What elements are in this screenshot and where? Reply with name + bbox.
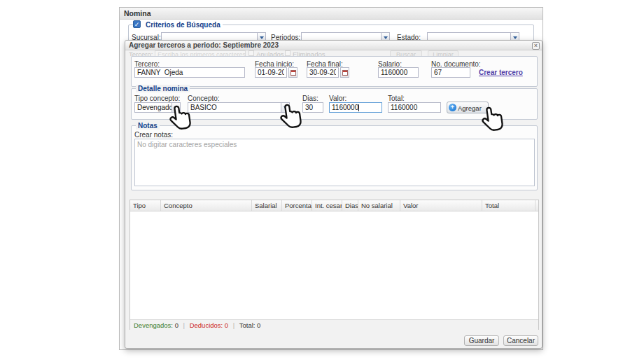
- text-caret: [358, 104, 359, 111]
- table-status-bar: Devengados: 0 | Deducidos: 0 | Total: 0: [130, 319, 538, 330]
- dias-label: Dias:: [302, 95, 318, 102]
- criterios-checkbox[interactable]: ✓: [133, 20, 141, 28]
- notas-textarea[interactable]: [134, 139, 535, 186]
- notas-section: Notas Crear notas:: [131, 125, 538, 190]
- calendar-icon[interactable]: [340, 67, 349, 78]
- tercero-input[interactable]: [134, 67, 245, 78]
- calendar-icon[interactable]: [288, 67, 298, 78]
- agregar-terceros-dialog: Agregar terceros a periodo: Septiembre 2…: [125, 40, 542, 349]
- nomina-window-title: Nomina: [120, 8, 542, 20]
- total-label: Total:: [388, 95, 405, 102]
- ghost-tercero-label: Tercero:: [129, 50, 153, 56]
- dialog-title: Agregar terceros a periodo: Septiembre 2…: [129, 41, 279, 49]
- salario-input[interactable]: [378, 67, 419, 78]
- guardar-button[interactable]: Guardar: [464, 335, 499, 346]
- cancelar-button[interactable]: Cancelar: [503, 335, 538, 346]
- ghost-anulados-checkbox: [248, 50, 254, 56]
- column-header-int-cesantias[interactable]: Int. cesanti...: [312, 200, 342, 211]
- hand-cursor-icon: [480, 105, 505, 134]
- devengados-status-value: 0: [175, 321, 178, 329]
- add-plus-icon: +: [449, 104, 456, 111]
- column-header-tipo[interactable]: Tipo: [130, 200, 161, 211]
- background-form-remnant: Tercero: Escriba los primeros caracteres…: [125, 50, 541, 56]
- table-body-empty[interactable]: [130, 211, 538, 319]
- deducidos-status-value: 0: [225, 321, 228, 329]
- column-header-valor[interactable]: Valor: [400, 200, 482, 211]
- column-header-dias[interactable]: Dias: [342, 200, 358, 211]
- ghost-limpiar-button: Limpiar: [428, 50, 458, 56]
- notas-legend: Notas: [136, 122, 160, 130]
- concepto-label: Concepto:: [188, 95, 220, 102]
- column-header-porcentaje[interactable]: Porcentaje: [282, 200, 312, 211]
- column-header-total[interactable]: Total: [482, 200, 536, 211]
- column-header-salarial[interactable]: Salarial: [252, 200, 282, 211]
- documento-input[interactable]: [431, 67, 470, 78]
- total-status-value: 0: [257, 321, 260, 329]
- agregar-button-label: Agregar: [458, 104, 482, 112]
- fecha-final-input[interactable]: [307, 67, 339, 78]
- hand-cursor-icon: [168, 104, 193, 133]
- devengados-status-label: Devengados:: [134, 321, 173, 329]
- conceptos-table: Tipo Concepto Salarial Porcentaje Int. c…: [130, 200, 539, 330]
- crear-tercero-link[interactable]: Crear tercero: [479, 69, 523, 76]
- valor-input[interactable]: 1160000: [329, 102, 382, 113]
- deducidos-status-label: Deducidos:: [190, 321, 223, 329]
- valor-label: Valor:: [329, 95, 346, 102]
- tipo-concepto-label: Tipo concepto:: [134, 95, 180, 102]
- dias-input[interactable]: [302, 102, 323, 113]
- dialog-titlebar[interactable]: Agregar terceros a periodo: Septiembre 2…: [125, 41, 542, 50]
- concepto-select[interactable]: BASICO: [188, 102, 290, 113]
- column-header-filler: [536, 200, 538, 211]
- ghost-tercero-input: Escriba los primeros caracteres: [155, 50, 246, 56]
- tercero-section: Tercero: Fecha inicio: Fecha final: Sala…: [131, 56, 538, 87]
- screen: Nomina ✓ Criterios de Búsqueda Sucursal:…: [0, 0, 644, 362]
- ghost-anulados-label: Anulados: [256, 50, 284, 56]
- column-header-no-salarial[interactable]: No salarial: [358, 200, 400, 211]
- detalle-nomina-legend: Detalle nomina: [136, 85, 190, 92]
- total-status-label: Total:: [239, 321, 255, 329]
- ghost-eliminados-checkbox: [285, 50, 290, 56]
- table-header-row: Tipo Concepto Salarial Porcentaje Int. c…: [130, 200, 538, 211]
- ghost-buscar-button: Buscar: [390, 50, 422, 56]
- close-icon[interactable]: ×: [532, 42, 540, 50]
- crear-notas-label: Crear notas:: [134, 131, 173, 139]
- criterios-legend: ✓ Criterios de Búsqueda: [134, 21, 223, 29]
- total-input[interactable]: [388, 102, 441, 113]
- hand-cursor-icon: [279, 102, 304, 132]
- fecha-inicio-input[interactable]: [255, 67, 287, 78]
- criterios-legend-label: Criterios de Búsqueda: [146, 21, 220, 29]
- column-header-concepto[interactable]: Concepto: [161, 200, 252, 211]
- ghost-eliminados-label: Eliminados: [293, 50, 325, 56]
